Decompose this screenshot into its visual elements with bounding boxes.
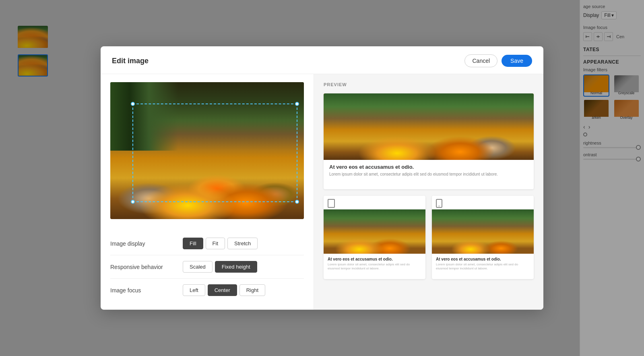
preview-phone-image <box>432 209 534 254</box>
crop-handle-tr[interactable] <box>295 102 299 106</box>
edit-image-modal: Edit image Cancel Save <box>101 46 543 310</box>
display-stretch-button[interactable]: Stretch <box>227 238 258 249</box>
image-focus-options: Left Center Right <box>183 284 265 296</box>
preview-phone: At vero eos et accusamus et odio. Lorem … <box>432 196 534 279</box>
save-button[interactable]: Save <box>502 55 532 67</box>
crop-overlay[interactable] <box>132 103 297 202</box>
preview-phone-text: At vero eos et accusamus et odio. Lorem … <box>432 254 534 279</box>
focus-right-button[interactable]: Right <box>239 284 265 296</box>
image-display-label: Image display <box>110 240 183 247</box>
modal-body: Image display Fill Fit Stretch Responsiv… <box>101 74 543 310</box>
preview-desktop-image <box>324 93 534 160</box>
editor-panel: Image display Fill Fit Stretch Responsiv… <box>101 74 314 310</box>
focus-left-button[interactable]: Left <box>183 284 205 296</box>
display-fit-button[interactable]: Fit <box>206 238 225 249</box>
image-focus-row: Image focus Left Center Right <box>110 279 304 302</box>
preview-panel: PREVIEW At vero eos et accusamus et odio… <box>314 74 543 310</box>
preview-desktop-spice <box>324 93 534 160</box>
tablet-icon <box>328 199 335 208</box>
preview-tablet-header <box>324 196 425 209</box>
responsive-behavior-options: Scaled Fixed height <box>183 261 257 273</box>
controls-section: Image display Fill Fit Stretch Responsiv… <box>110 229 304 302</box>
preview-phone-spice <box>432 209 534 254</box>
image-display-row: Image display Fill Fit Stretch <box>110 232 304 255</box>
modal-title: Edit image <box>112 57 149 65</box>
preview-tablet-spice <box>324 209 425 254</box>
responsive-behavior-label: Responsive behavior <box>110 264 183 270</box>
image-canvas[interactable] <box>110 82 304 219</box>
modal-header: Edit image Cancel Save <box>101 46 543 74</box>
modal-header-actions: Cancel Save <box>464 54 532 67</box>
preview-desktop-text: At vero eos et accusamus et odio. Lorem … <box>324 160 534 189</box>
cancel-button[interactable]: Cancel <box>464 54 497 67</box>
crop-handle-bl[interactable] <box>131 200 135 204</box>
modal-overlay: Edit image Cancel Save <box>0 0 644 356</box>
crop-handle-tl[interactable] <box>131 102 135 106</box>
preview-phone-header <box>432 196 534 209</box>
preview-tablet: At vero eos et accusamus et odio. Lorem … <box>324 196 425 279</box>
preview-desktop-heading: At vero eos et accusamus et odio. <box>329 164 528 170</box>
crop-handle-br[interactable] <box>295 200 299 204</box>
preview-phone-body: Lorem ipsum dolor sit amet, consectetur … <box>436 263 530 271</box>
image-display-options: Fill Fit Stretch <box>183 238 258 249</box>
preview-label: PREVIEW <box>324 82 534 87</box>
image-focus-label: Image focus <box>110 287 183 294</box>
preview-tablet-body: Lorem ipsum dolor sit amet, consectetur … <box>328 263 421 271</box>
preview-tablet-heading: At vero eos et accusamus et odio. <box>328 257 421 261</box>
responsive-behavior-row: Responsive behavior Scaled Fixed height <box>110 255 304 279</box>
preview-desktop-body: Lorem ipsum dolor sit amet, consectetur … <box>329 172 528 177</box>
display-fill-button[interactable]: Fill <box>183 238 203 249</box>
preview-tablet-text: At vero eos et accusamus et odio. Lorem … <box>324 254 425 279</box>
preview-desktop: At vero eos et accusamus et odio. Lorem … <box>324 93 534 189</box>
preview-tablet-image <box>324 209 425 254</box>
preview-mobile-row: At vero eos et accusamus et odio. Lorem … <box>324 196 534 279</box>
focus-center-button[interactable]: Center <box>208 284 237 296</box>
behavior-scaled-button[interactable]: Scaled <box>183 261 213 273</box>
phone-icon <box>436 199 442 208</box>
preview-phone-heading: At vero eos et accusamus et odio. <box>436 257 530 261</box>
behavior-fixed-button[interactable]: Fixed height <box>215 261 257 273</box>
